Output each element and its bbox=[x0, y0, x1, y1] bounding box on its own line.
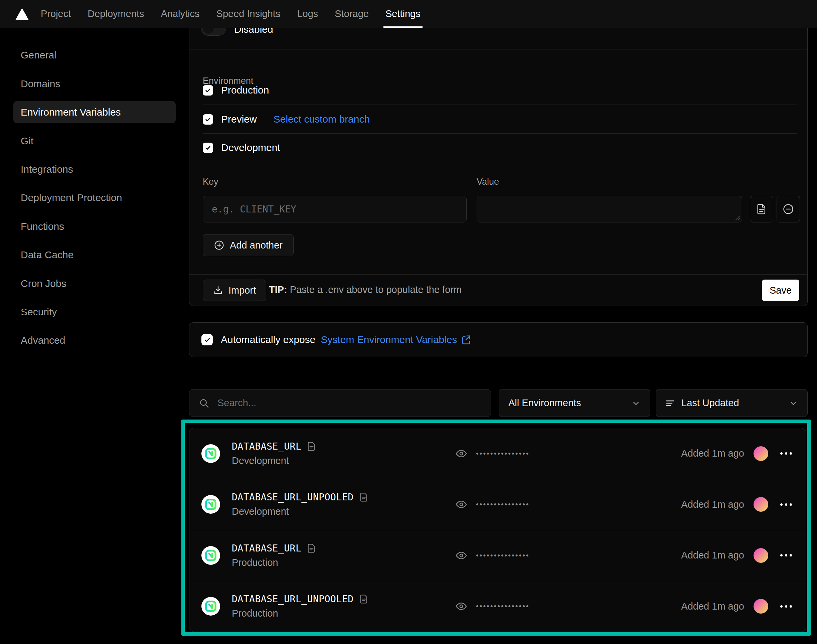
row-divider bbox=[203, 104, 797, 105]
sidebar-item-domains[interactable]: Domains bbox=[13, 73, 176, 95]
neon-logo-icon bbox=[204, 600, 217, 613]
system-env-vars-link[interactable]: System Environment Variables bbox=[320, 334, 471, 345]
env-var-name: DATABASE_URL bbox=[232, 543, 301, 554]
sidebar-item-deployment-protection[interactable]: Deployment Protection bbox=[13, 187, 176, 209]
check-icon bbox=[204, 116, 212, 123]
neon-logo-icon bbox=[204, 447, 217, 460]
env-var-value-group: ••••••••••••••• bbox=[455, 498, 530, 511]
added-timestamp: Added 1m ago bbox=[681, 448, 744, 459]
sort-dropdown[interactable]: Last Updated bbox=[656, 389, 808, 417]
tip-text: TIP: Paste a .env above to populate the … bbox=[269, 284, 461, 295]
nav-tab-deployments[interactable]: Deployments bbox=[87, 0, 144, 28]
added-timestamp: Added 1m ago bbox=[681, 550, 744, 561]
integration-avatar bbox=[201, 444, 220, 463]
env-var-list: DATABASE_URL Development •••••••••••••••… bbox=[189, 428, 806, 632]
expose-text: Automatically expose bbox=[221, 334, 315, 345]
top-nav: Project Deployments Analytics Speed Insi… bbox=[0, 0, 817, 28]
sidebar-item-data-cache[interactable]: Data Cache bbox=[13, 244, 176, 266]
env-var-info: DATABASE_URL_UNPOOLED Production bbox=[232, 593, 369, 619]
ellipsis-menu-icon[interactable] bbox=[780, 603, 792, 610]
note-icon bbox=[359, 492, 369, 502]
tip-label: TIP: bbox=[269, 284, 287, 295]
nav-tab-settings[interactable]: Settings bbox=[385, 0, 420, 28]
sidebar-item-advanced[interactable]: Advanced bbox=[13, 329, 176, 351]
section-divider bbox=[189, 165, 807, 166]
env-var-name: DATABASE_URL_UNPOOLED bbox=[232, 593, 354, 604]
user-avatar bbox=[754, 548, 768, 563]
note-icon bbox=[359, 594, 369, 604]
key-label: Key bbox=[203, 177, 218, 187]
file-text-icon bbox=[756, 204, 767, 215]
eye-icon[interactable] bbox=[455, 549, 467, 561]
preview-label: Preview bbox=[221, 113, 257, 125]
env-var-value-group: ••••••••••••••• bbox=[455, 549, 530, 561]
nav-tab-logs[interactable]: Logs bbox=[297, 0, 318, 28]
sidebar-item-general[interactable]: General bbox=[13, 44, 176, 66]
environment-option-production: Production bbox=[203, 84, 269, 96]
add-another-button[interactable]: Add another bbox=[203, 234, 294, 256]
import-button[interactable]: Import bbox=[203, 279, 266, 301]
sidebar-item-git[interactable]: Git bbox=[13, 130, 176, 152]
env-var-meta: Added 1m ago bbox=[681, 548, 792, 563]
ellipsis-menu-icon[interactable] bbox=[780, 501, 792, 508]
tip-body: Paste a .env above to populate the form bbox=[290, 284, 461, 295]
chevron-down-icon bbox=[789, 399, 798, 408]
eye-icon[interactable] bbox=[455, 448, 467, 460]
production-checkbox[interactable] bbox=[203, 85, 213, 95]
remove-row-button[interactable] bbox=[777, 196, 800, 222]
ellipsis-menu-icon[interactable] bbox=[780, 450, 792, 457]
user-avatar bbox=[754, 446, 768, 461]
value-input[interactable] bbox=[477, 196, 742, 222]
env-var-info: DATABASE_URL_UNPOOLED Development bbox=[232, 492, 369, 517]
paste-file-button[interactable] bbox=[750, 196, 773, 222]
masked-value: ••••••••••••••• bbox=[476, 449, 530, 458]
nav-tab-analytics[interactable]: Analytics bbox=[161, 0, 200, 28]
masked-value: ••••••••••••••• bbox=[476, 551, 530, 560]
select-custom-branch-link[interactable]: Select custom branch bbox=[274, 113, 370, 125]
vercel-logo-icon[interactable] bbox=[15, 8, 29, 20]
preview-checkbox[interactable] bbox=[203, 114, 213, 124]
env-var-row: DATABASE_URL Production ••••••••••••••• … bbox=[189, 530, 806, 581]
resize-grip-icon[interactable] bbox=[735, 215, 740, 221]
sidebar-item-cron-jobs[interactable]: Cron Jobs bbox=[13, 273, 176, 294]
minus-circle-icon bbox=[782, 203, 794, 215]
eye-icon[interactable] bbox=[455, 600, 467, 612]
eye-icon[interactable] bbox=[455, 498, 467, 511]
nav-tab-project[interactable]: Project bbox=[41, 0, 71, 28]
value-label: Value bbox=[477, 177, 499, 187]
env-var-name: DATABASE_URL_UNPOOLED bbox=[232, 492, 354, 503]
sidebar-item-security[interactable]: Security bbox=[13, 301, 176, 323]
integration-avatar bbox=[201, 597, 220, 616]
environment-filter-dropdown[interactable]: All Environments bbox=[499, 389, 650, 417]
row-divider bbox=[203, 133, 797, 133]
import-label: Import bbox=[228, 285, 256, 296]
search-input[interactable] bbox=[217, 397, 481, 409]
save-button[interactable]: Save bbox=[762, 279, 799, 301]
user-avatar bbox=[754, 497, 768, 512]
system-env-card: Automatically expose System Environment … bbox=[189, 322, 808, 357]
nav-tab-speed-insights[interactable]: Speed Insights bbox=[216, 0, 281, 28]
note-icon bbox=[307, 543, 316, 553]
key-input[interactable] bbox=[203, 196, 466, 222]
nav-tab-storage[interactable]: Storage bbox=[335, 0, 369, 28]
neon-logo-icon bbox=[204, 498, 217, 511]
search-icon bbox=[199, 398, 209, 408]
sidebar-item-functions[interactable]: Functions bbox=[13, 215, 176, 238]
expose-checkbox[interactable] bbox=[201, 334, 213, 345]
env-var-row: DATABASE_URL_UNPOOLED Development ••••••… bbox=[189, 479, 806, 530]
sidebar-item-environment-variables[interactable]: Environment Variables bbox=[13, 101, 176, 123]
development-checkbox[interactable] bbox=[203, 143, 213, 153]
sort-lines-icon bbox=[665, 398, 675, 408]
note-icon bbox=[307, 442, 316, 451]
sidebar-item-integrations[interactable]: Integrations bbox=[13, 158, 176, 180]
env-var-meta: Added 1m ago bbox=[681, 497, 792, 512]
ellipsis-menu-icon[interactable] bbox=[780, 552, 792, 558]
env-var-environment: Production bbox=[232, 608, 369, 619]
environment-option-development: Development bbox=[203, 142, 280, 153]
integration-avatar bbox=[201, 495, 220, 514]
add-another-label: Add another bbox=[230, 240, 283, 251]
integration-avatar bbox=[201, 546, 220, 565]
env-var-name: DATABASE_URL bbox=[232, 441, 301, 452]
external-link-icon bbox=[461, 335, 471, 345]
env-var-row: DATABASE_URL Development •••••••••••••••… bbox=[189, 428, 806, 479]
